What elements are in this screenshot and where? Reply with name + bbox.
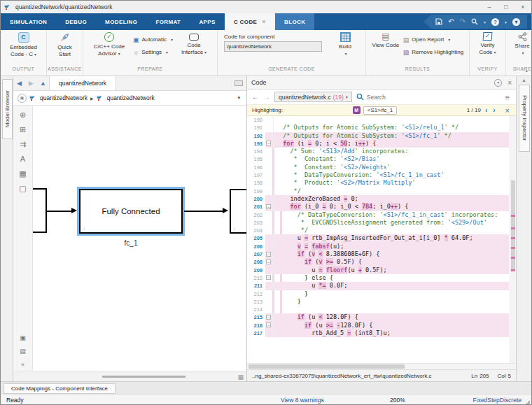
code-line-201[interactable]: 201− for (i_0 = 0; i_0 < 784; i_0++) { — [247, 203, 516, 211]
search-input[interactable] — [367, 94, 501, 101]
canvas-tab[interactable]: quantizedNetwork — [49, 76, 116, 90]
viewmark-icon[interactable]: ▦ — [19, 170, 26, 178]
code-editor[interactable]: 190191 /* Outputs for Atomic SubSystem: … — [247, 116, 516, 363]
undo-icon[interactable]: ↶ — [448, 18, 454, 25]
code-hscroll-thumb[interactable] — [248, 364, 405, 369]
minimize-ribbon-icon[interactable]: ▾ — [512, 18, 520, 26]
subsystem-arrow-icon[interactable]: ↓ — [233, 225, 236, 232]
highlight-mark[interactable] — [511, 247, 515, 249]
save-icon[interactable] — [435, 18, 442, 25]
zoom-icon[interactable]: ⊕ — [20, 111, 26, 119]
code-line-197[interactable]: 197 * DataTypeConversion: '<S1>/fc_1_in_… — [247, 171, 516, 179]
breadcrumb-dropdown-icon[interactable]: ▾ — [237, 95, 242, 101]
code-line-207[interactable]: 207− if (v < 8.388608E+6F) { — [247, 250, 516, 258]
view-warnings-link[interactable]: View 8 warnings — [281, 397, 324, 404]
panel-menu-icon[interactable]: ▼ — [494, 79, 502, 87]
property-inspector-tab[interactable]: Property Inspector — [519, 85, 530, 152]
tab-block[interactable]: BLOCK — [275, 13, 314, 30]
search-dropdown-icon[interactable]: ▾ — [484, 20, 486, 24]
fold-toggle-icon[interactable]: − — [265, 322, 273, 329]
code-vscrollbar[interactable] — [510, 116, 516, 363]
canvas-hscroll-thumb[interactable] — [102, 376, 186, 378]
tab-simulation[interactable]: SIMULATION — [1, 13, 56, 30]
screenshot-icon[interactable]: ▣ — [20, 335, 26, 341]
model-browser-tab[interactable]: Model Browser — [2, 79, 13, 139]
redo-icon[interactable]: ↷ — [460, 18, 465, 25]
signal-wire[interactable] — [47, 211, 72, 212]
view-code-button[interactable]: ▤ View Code — [372, 32, 400, 49]
forward-icon[interactable]: ▶ — [25, 80, 37, 87]
file-dropdown[interactable]: quantizedNetwork.c (19) ▾ — [274, 92, 352, 102]
previous-match-icon[interactable]: ‹ — [484, 106, 489, 114]
code-line-202[interactable]: 202 /* DataTypeConversion: '<S1>/fc_1_in… — [247, 211, 516, 219]
component-input[interactable] — [224, 41, 322, 52]
maximize-button[interactable]: □ — [498, 1, 514, 13]
code-line-199[interactable]: 199 */ — [247, 187, 516, 195]
remove-highlighting-button[interactable]: ▧ Remove Highlighting — [403, 47, 463, 57]
code-interface-button[interactable]: Code Interface▾ — [176, 32, 211, 56]
code-line-209[interactable]: 209 u = floorf(u + 0.5F); — [247, 267, 516, 274]
sample-time-icon[interactable]: ▢ — [19, 185, 26, 192]
panel-close-icon[interactable]: × — [507, 79, 512, 87]
fold-toggle-icon[interactable]: − — [265, 313, 273, 321]
code-line-191[interactable]: 191 /* Outputs for Atomic SubSystem: '<S… — [247, 124, 516, 132]
highlight-mark[interactable] — [511, 257, 515, 259]
code-mappings-tab[interactable]: Code Mappings - Component Interface — [4, 383, 115, 394]
code-line-195[interactable]: 195 * Constant: '<S2>/Bias' — [247, 155, 516, 163]
code-line-203[interactable]: 203 * EVCGNDSliceAssignment generated fr… — [247, 219, 516, 227]
zoom-level[interactable]: 200% — [390, 397, 405, 404]
code-forward-icon[interactable]: → — [263, 93, 270, 101]
highlighted-target[interactable]: <S1>/fc_1 — [363, 106, 397, 115]
code-line-204[interactable]: 204 */ — [247, 227, 516, 234]
embedded-code-button[interactable]: C Embedded Code - C▾ — [5, 32, 42, 58]
close-button[interactable]: × — [514, 1, 531, 13]
signal-wire[interactable] — [184, 211, 223, 212]
code-back-icon[interactable]: ← — [252, 93, 259, 101]
collapse-toolstrip-icon[interactable]: ▴ — [525, 68, 528, 73]
help-icon[interactable]: ? — [491, 18, 499, 26]
fold-toggle-icon[interactable]: − — [265, 203, 273, 211]
code-line-208[interactable]: 208− if (v >= 0.5F) { — [247, 258, 516, 266]
highlight-mark[interactable] — [511, 227, 515, 229]
breadcrumb-current[interactable]: quantizedNetwork — [107, 94, 155, 101]
up-to-parent-icon[interactable]: ▲ — [37, 80, 49, 87]
code-line-192[interactable]: 192 /* Outputs for Atomic SubSystem: '<S… — [247, 132, 516, 140]
code-line-214[interactable]: 214 — [247, 306, 516, 313]
tab-c-code[interactable]: C CODE × — [225, 13, 275, 30]
block-right-partial[interactable]: ↓ — [230, 189, 246, 234]
highlight-mark[interactable] — [511, 269, 515, 271]
resize-grip[interactable] — [526, 400, 530, 404]
block-left-partial[interactable] — [33, 188, 47, 233]
code-line-194[interactable]: 194 /* Sum: '<S13>/Add' incorporates: — [247, 148, 516, 155]
highlight-mark[interactable] — [511, 237, 515, 239]
breadcrumb-root[interactable]: quantizedNetwork — [40, 94, 88, 101]
code-line-190[interactable]: 190 — [247, 116, 516, 124]
collapse-palette-icon[interactable]: « — [21, 362, 24, 368]
clear-highlighting-icon[interactable]: × — [505, 106, 510, 115]
search-icon[interactable] — [471, 18, 478, 25]
help-dropdown-icon[interactable]: ▾ — [505, 20, 507, 24]
highlight-mark[interactable] — [511, 215, 515, 217]
block-fully-connected[interactable]: Fully Connected ↓ — [79, 189, 183, 234]
signal-routing-icon[interactable]: ⇉ — [20, 141, 26, 148]
code-line-210[interactable]: 210− } else { — [247, 274, 516, 282]
diagram-viewport[interactable]: Fully Connected ↓ fc_1 ↓ — [33, 106, 246, 371]
fit-to-view-icon[interactable]: ⊞ — [20, 126, 26, 134]
tab-close-icon[interactable]: × — [262, 18, 266, 25]
automatic-button[interactable]: ▣ Automatic ▾ — [133, 34, 173, 45]
solver-name[interactable]: FixedStepDiscrete — [473, 397, 522, 404]
code-line-211[interactable]: 211 u *= 0.0F; — [247, 282, 516, 290]
open-report-button[interactable]: ▤ Open Report ▾ — [403, 34, 463, 45]
subsystem-arrow-icon[interactable]: ↓ — [83, 225, 85, 232]
code-line-216[interactable]: 216− if (u >= -128.0F) { — [247, 322, 516, 329]
expand-browser-icon[interactable]: ◉ — [18, 94, 27, 103]
verify-code-button[interactable]: ✓ Verify Code▾ — [474, 32, 501, 56]
collapse-strip-icon[interactable]: ▲ — [517, 76, 531, 83]
code-line-212[interactable]: 212 } — [247, 290, 516, 298]
minimize-button[interactable]: – — [481, 1, 498, 13]
next-match-icon[interactable]: › — [491, 106, 496, 114]
code-line-206[interactable]: 206 v = fabsf(u); — [247, 243, 516, 250]
code-line-200[interactable]: 200 indexZeroBased = 0; — [247, 195, 516, 203]
annotation-icon[interactable]: A — [20, 155, 25, 163]
fold-toggle-icon[interactable]: − — [265, 140, 273, 148]
